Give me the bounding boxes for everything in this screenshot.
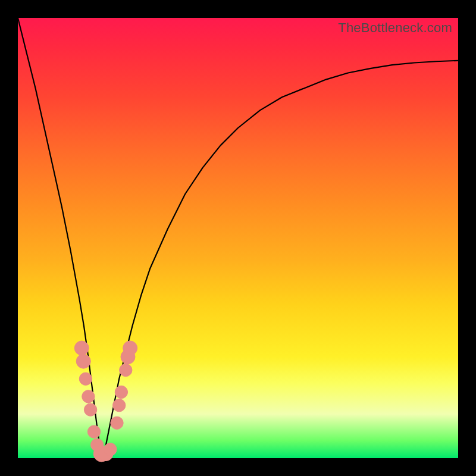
curve-marker <box>111 416 123 429</box>
curve-marker <box>84 403 96 416</box>
plot-area: TheBottleneck.com <box>18 18 458 458</box>
curve-layer <box>18 18 458 458</box>
curve-marker <box>123 341 137 355</box>
curve-marker <box>82 390 95 403</box>
curve-marker <box>74 341 89 355</box>
curve-marker <box>76 354 90 368</box>
chart-frame: TheBottleneck.com <box>0 0 476 476</box>
curve-marker <box>87 425 100 438</box>
curve-marker <box>113 399 126 412</box>
curve-marker <box>79 372 92 385</box>
curve-marker <box>104 443 117 456</box>
curve-marker <box>115 386 127 398</box>
curve-marker <box>120 364 132 376</box>
